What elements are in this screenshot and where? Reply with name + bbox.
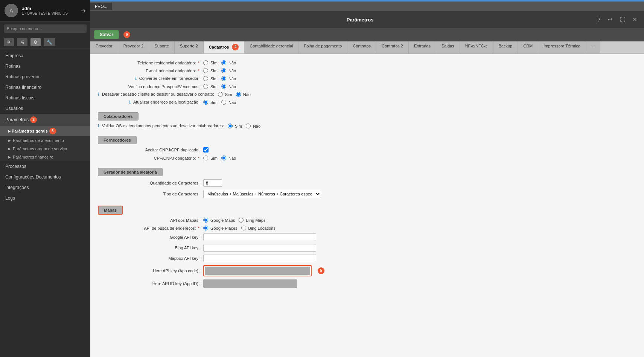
- radio-desativar-nao-input[interactable]: [236, 92, 241, 97]
- sidebar-item-rotinas-financeiro[interactable]: Rotinas financeiro: [0, 82, 90, 93]
- radio-verifica-sim-label[interactable]: Sim: [210, 84, 218, 89]
- radio-converter-nao-input[interactable]: [221, 76, 226, 81]
- radio-email-sim-label[interactable]: Sim: [210, 69, 218, 73]
- radio-validar-nao-input[interactable]: [246, 124, 251, 128]
- print-icon-button[interactable]: 🖨: [17, 38, 27, 46]
- grid-icon-button[interactable]: ❖: [4, 38, 14, 46]
- radio-bing-maps-label[interactable]: Bing Maps: [246, 218, 265, 223]
- row-qtd-caracteres: Quantidade de Caracteres:: [98, 179, 636, 187]
- window-tab-pro[interactable]: PRO...: [90, 3, 112, 10]
- tab-provedor2[interactable]: Provedor 2: [118, 41, 149, 53]
- radio-telefone-nao-input[interactable]: [221, 60, 226, 65]
- controls-here-code: 5: [203, 265, 324, 276]
- checkbox-aceitar-cnpj[interactable]: [203, 147, 209, 153]
- radio-google-maps-input[interactable]: [203, 218, 208, 223]
- sidebar-subitem-parametros-financeiro[interactable]: ► Parâmetros financeiro: [0, 153, 90, 161]
- sidebar-item-processos[interactable]: Processos: [0, 161, 90, 172]
- tabs-bar: Provedor Provedor 2 Suporte Suporte 2 Ca…: [90, 41, 644, 54]
- save-button[interactable]: Salvar: [94, 30, 119, 39]
- tab-saidas[interactable]: Saidas: [436, 41, 460, 53]
- radio-email-sim-input[interactable]: [203, 68, 208, 73]
- radio-cpf-sim-label[interactable]: Sim: [210, 156, 218, 160]
- tab-provedor[interactable]: Provedor: [90, 41, 118, 53]
- settings-icon-button[interactable]: ⚙: [30, 38, 41, 46]
- radio-validar-sim-label[interactable]: Sim: [235, 124, 242, 128]
- input-google-key[interactable]: [203, 233, 316, 241]
- radio-google-places-input[interactable]: [203, 226, 208, 230]
- radio-email-nao-input[interactable]: [221, 68, 226, 73]
- radio-validar-sim-input[interactable]: [228, 124, 233, 128]
- sidebar-subitem-parametros-gerais[interactable]: ► Parâmetros gerais 3: [0, 126, 90, 136]
- label-qtd-caracteres: Quantidade de Caracteres:: [98, 181, 203, 185]
- sidebar-subitem-parametros-atendimento[interactable]: ► Parâmetros de atendimento: [0, 136, 90, 145]
- radio-atualizar-nao-label[interactable]: Não: [228, 100, 236, 105]
- input-qtd-caracteres[interactable]: [203, 179, 222, 187]
- radio-converter-sim-input[interactable]: [203, 76, 208, 81]
- radio-validar-nao-label[interactable]: Não: [253, 124, 260, 128]
- search-input[interactable]: [4, 24, 87, 33]
- close-button[interactable]: ✕: [630, 16, 639, 23]
- radio-verifica-nao-label[interactable]: Não: [228, 84, 236, 89]
- radio-desativar-sim-label[interactable]: Sim: [225, 92, 232, 97]
- radio-cpf-nao-label[interactable]: Não: [228, 156, 236, 160]
- sidebar-item-usuarios[interactable]: Usuários: [0, 103, 90, 114]
- radio-telefone-nao-label[interactable]: Não: [228, 61, 236, 65]
- exit-icon[interactable]: ➔: [81, 7, 86, 14]
- tab-entradas[interactable]: Entradas: [409, 41, 436, 53]
- radio-email-nao-label[interactable]: Não: [228, 69, 236, 73]
- controls-email: Sim Não: [203, 68, 236, 73]
- sidebar-item-rotinas-provedor[interactable]: Rotinas provedor: [0, 72, 90, 82]
- select-tipo-caracteres[interactable]: Minúsculas + Maiúsculas + Números + Cara…: [203, 190, 321, 198]
- tab-suporte2[interactable]: Suporte 2: [175, 41, 204, 53]
- radio-desativar-sim-input[interactable]: [218, 92, 223, 97]
- radio-telefone-sim-input[interactable]: [203, 60, 208, 65]
- input-bing-key[interactable]: [203, 244, 316, 252]
- tab-contratos2[interactable]: Contratos 2: [376, 41, 409, 53]
- tab-suporte[interactable]: Suporte: [149, 41, 175, 53]
- radio-telefone-sim-label[interactable]: Sim: [210, 61, 218, 65]
- radio-atualizar-nao-input[interactable]: [221, 100, 226, 105]
- sidebar-subitem-parametros-os[interactable]: ► Parâmetros ordem de serviço: [0, 145, 90, 153]
- expand-button[interactable]: ⛶: [618, 16, 627, 23]
- tab-folha[interactable]: Folha de pagamento: [298, 41, 347, 53]
- tab-cadastros[interactable]: Cadastros 4: [204, 41, 245, 53]
- radio-google-places-label[interactable]: Google Places: [210, 226, 238, 230]
- radio-cpf-sim-input[interactable]: [203, 156, 208, 160]
- tab-backup[interactable]: Backup: [493, 41, 518, 53]
- radio-verifica-sim-input[interactable]: [203, 84, 208, 89]
- radio-atualizar-sim-input[interactable]: [203, 100, 208, 105]
- radio-atualizar-sim-label[interactable]: Sim: [210, 100, 218, 105]
- tab-nfe[interactable]: NF-e/NFC-e: [460, 41, 493, 53]
- tab-contab[interactable]: Contabilidade gerencial: [244, 41, 298, 53]
- tab-more[interactable]: ...: [586, 41, 600, 53]
- sidebar-item-logs[interactable]: Logs: [0, 193, 90, 203]
- sidebar-item-rotinas-fiscais[interactable]: Rotinas fiscais: [0, 93, 90, 103]
- label-api-enderecos: API de busca de endereços: *: [98, 226, 203, 230]
- radio-bing-locations-label[interactable]: Bing Locations: [248, 226, 276, 230]
- radio-desativar-nao-label[interactable]: Não: [243, 92, 251, 97]
- label-verifica-endereco: Verifica endereço Prospect/Vencemos:: [98, 84, 203, 89]
- radio-converter-nao-label[interactable]: Não: [228, 76, 236, 81]
- row-email: E-mail principal obrigatório: * Sim Não: [98, 68, 636, 73]
- tab-contratos[interactable]: Contratos: [347, 41, 376, 53]
- content-area: Telefone residencial obrigatório: * Sim …: [90, 54, 644, 357]
- input-mapbox-key[interactable]: [203, 255, 316, 262]
- tab-impressora[interactable]: Impressora Térmica: [538, 41, 586, 53]
- wrench-icon-button[interactable]: 🔧: [44, 38, 55, 46]
- help-button[interactable]: ?: [595, 16, 603, 23]
- sidebar-item-integracoes[interactable]: Integrações: [0, 182, 90, 193]
- row-mapbox-key: Mapbox API key:: [98, 255, 636, 262]
- radio-bing-locations-input[interactable]: [241, 226, 246, 230]
- sidebar-item-rotinas[interactable]: Rotinas: [0, 61, 90, 72]
- radio-google-maps-label[interactable]: Google Maps: [210, 218, 235, 223]
- radio-cpf-nao-input[interactable]: [221, 156, 226, 160]
- tab-crm[interactable]: CRM: [518, 41, 538, 53]
- sidebar-item-empresa[interactable]: Empresa: [0, 50, 90, 61]
- controls-mapbox-key: [203, 255, 316, 262]
- radio-bing-maps-input[interactable]: [239, 218, 244, 223]
- radio-converter-sim-label[interactable]: Sim: [210, 76, 218, 81]
- sidebar-item-parametros[interactable]: Parâmetros 2: [0, 114, 90, 126]
- radio-verifica-nao-input[interactable]: [221, 84, 226, 89]
- sidebar-item-config-docs[interactable]: Configurações Documentos: [0, 172, 90, 182]
- undo-button[interactable]: ↩: [606, 16, 615, 23]
